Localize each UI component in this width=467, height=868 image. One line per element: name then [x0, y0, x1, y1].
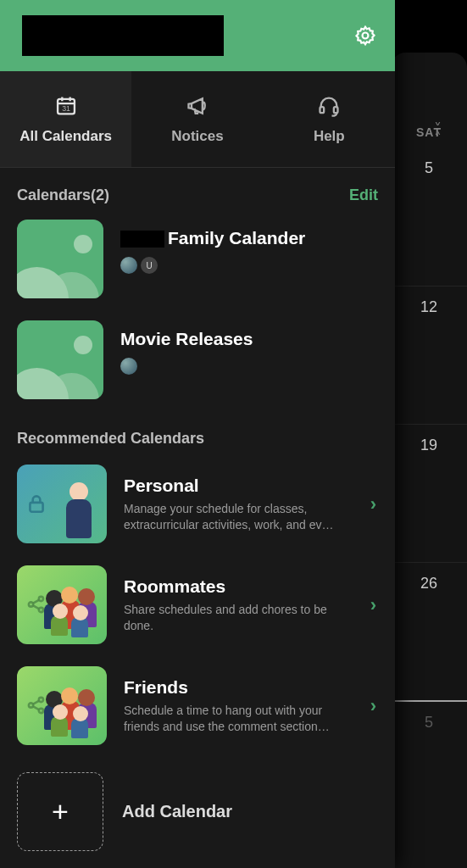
recommended-item-personal[interactable]: Personal Manage your schedule for classe…	[0, 465, 395, 565]
headset-icon	[316, 93, 342, 119]
calendars-section-title: Calendars(2)	[17, 186, 109, 204]
plus-icon: +	[17, 772, 103, 851]
drawer-tabs: 31 All Calendars Notices Help	[0, 71, 395, 168]
chevron-right-icon: ›	[370, 594, 378, 616]
weekday-header: SAT	[391, 125, 467, 139]
svg-rect-5	[30, 502, 42, 511]
masked-text	[120, 231, 164, 248]
edit-calendars-button[interactable]: Edit	[349, 186, 378, 204]
recommended-thumbnail	[17, 666, 107, 745]
avatar	[120, 257, 137, 274]
calendar-item-movies[interactable]: Movie Releases	[17, 320, 378, 399]
calendar-cell[interactable]: 5	[391, 700, 467, 838]
app-logo-masked	[22, 15, 224, 56]
recommended-name: Friends	[124, 677, 353, 698]
cartoon-person-icon	[54, 477, 103, 543]
recommended-item-roommates[interactable]: Roommates Share schedules and add chores…	[0, 565, 395, 666]
calendar-item-family[interactable]: Family Calander U	[17, 220, 378, 298]
avatar: U	[141, 257, 158, 274]
settings-button[interactable]	[353, 23, 378, 48]
member-avatars: U	[120, 257, 378, 274]
drawer-header	[0, 0, 395, 71]
avatar	[120, 358, 137, 375]
add-calendar-button[interactable]: + Add Calendar	[0, 767, 395, 851]
recommended-description: Share schedules and add chores to be don…	[124, 602, 344, 634]
svg-rect-4	[334, 107, 338, 113]
tab-help[interactable]: Help	[264, 71, 395, 167]
svg-point-0	[363, 33, 369, 39]
tab-label: All Calendars	[19, 128, 112, 145]
calendar-icon: 31	[53, 93, 79, 119]
recommended-thumbnail	[17, 465, 107, 543]
sidebar-drawer: 31 All Calendars Notices Help Calendars(…	[0, 0, 395, 868]
collapse-expand-icon[interactable]: ˅˄	[434, 125, 442, 143]
calendars-section-header: Calendars(2) Edit	[0, 168, 395, 220]
chevron-right-icon: ›	[370, 493, 378, 515]
cartoon-group-icon	[41, 687, 105, 745]
calendar-name: Movie Releases	[120, 329, 378, 349]
calendar-cell[interactable]: 12	[391, 286, 467, 424]
tab-all-calendars[interactable]: 31 All Calendars	[0, 71, 131, 167]
calendar-cell[interactable]: 19	[391, 424, 467, 562]
recommended-item-friends[interactable]: Friends Schedule a time to hang out with…	[0, 666, 395, 767]
calendar-name: Family Calander	[120, 228, 378, 248]
tab-label: Help	[314, 128, 345, 145]
background-calendar-column: ˅˄ SAT 5 12 19 26 5	[391, 53, 467, 868]
svg-text:31: 31	[62, 104, 70, 113]
gear-icon	[354, 25, 376, 47]
calendar-thumbnail	[17, 220, 103, 298]
calendar-thumbnail	[17, 320, 103, 399]
recommended-description: Manage your schedule for classes, extrac…	[124, 501, 344, 533]
tab-label: Notices	[171, 128, 223, 145]
recommended-description: Schedule a time to hang out with your fr…	[124, 703, 344, 735]
recommended-name: Roommates	[124, 576, 353, 597]
megaphone-icon	[185, 93, 210, 119]
add-calendar-label: Add Calendar	[122, 802, 232, 821]
calendar-cell[interactable]: 26	[391, 562, 467, 700]
cartoon-group-icon	[41, 587, 105, 644]
calendar-cell[interactable]: 5	[391, 147, 467, 286]
recommended-name: Personal	[124, 476, 353, 496]
recommended-section-title: Recommended Calendars	[0, 421, 395, 465]
lock-icon	[25, 492, 49, 516]
recommended-thumbnail	[17, 565, 107, 644]
chevron-right-icon: ›	[370, 695, 378, 717]
member-avatars	[120, 358, 378, 375]
tab-notices[interactable]: Notices	[131, 71, 263, 167]
svg-rect-3	[320, 107, 325, 113]
